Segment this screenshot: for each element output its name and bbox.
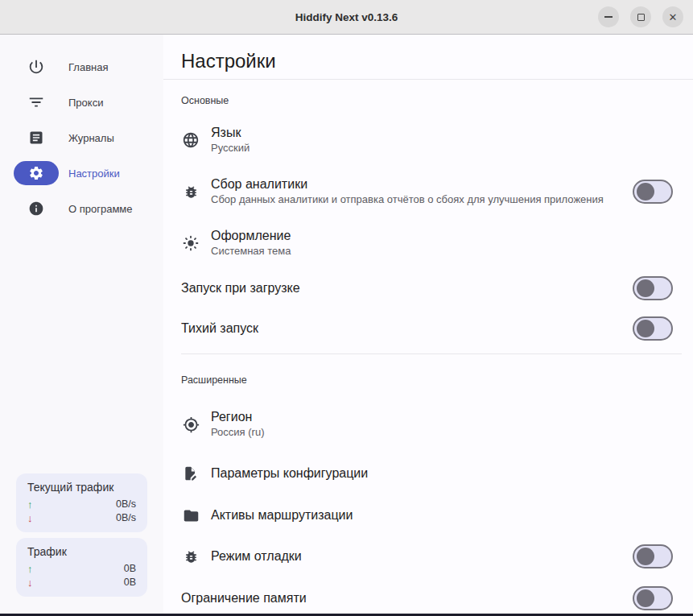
section-label-basic: Основные [181, 94, 682, 107]
traffic-panel: Текущий трафик ↑ 0B/s ↓ 0B/s Трафик ↑ 0B [0, 473, 163, 614]
row-title: Ограничение памяти [181, 590, 307, 606]
sidebar-item-logs[interactable]: Журналы [0, 120, 163, 155]
row-subtitle: Русский [211, 141, 250, 155]
close-button[interactable]: ✕ [662, 6, 683, 27]
start-on-boot-toggle[interactable] [633, 276, 673, 300]
download-arrow-icon: ↓ [27, 576, 33, 589]
sidebar: Главная Прокси Журналы [0, 35, 163, 614]
row-text: Язык Русский [211, 125, 250, 155]
row-subtitle: Сбор данных аналитики и отправка отчётов… [211, 192, 604, 207]
close-icon: ✕ [669, 12, 678, 23]
debug-mode-toggle[interactable] [633, 544, 673, 568]
sidebar-item-about[interactable]: О программе [0, 191, 163, 226]
row-title: Активы маршрутизации [211, 507, 353, 523]
upload-rate-row: ↑ 0B/s [27, 498, 136, 511]
row-title: Оформление [211, 228, 291, 244]
sidebar-item-label: Главная [68, 61, 108, 73]
upload-arrow-icon: ↑ [27, 562, 33, 576]
page-title: Настройки [181, 48, 682, 74]
setting-row-theme[interactable]: Оформление Системная тема [181, 228, 682, 258]
setting-row-analytics[interactable]: Сбор аналитики Сбор данных аналитики и о… [181, 176, 682, 207]
globe-icon [181, 130, 200, 150]
window-controls: ✕ [598, 0, 683, 34]
row-title: Режим отладки [211, 548, 302, 564]
section-label-advanced: Расширенные [181, 374, 682, 387]
current-traffic-card: Текущий трафик ↑ 0B/s ↓ 0B/s [16, 473, 147, 532]
total-traffic-card: Трафик ↑ 0B ↓ 0B [16, 538, 147, 597]
gear-icon [14, 161, 59, 185]
titlebar[interactable]: Hiddify Next v0.13.6 ✕ [0, 0, 693, 35]
logs-icon [14, 126, 59, 150]
row-text: Регион Россия (ru) [211, 409, 264, 440]
download-rate-value: 0B/s [116, 511, 136, 525]
traffic-card-title: Текущий трафик [27, 480, 136, 494]
upload-rate-value: 0B/s [116, 498, 136, 511]
sidebar-item-label: Прокси [68, 97, 103, 109]
toggle-thumb [637, 548, 654, 565]
toggle-thumb [637, 320, 654, 337]
row-title: Параметры конфигурации [211, 465, 368, 482]
app-window: Hiddify Next v0.13.6 ✕ Главная [0, 0, 693, 616]
row-text: Сбор аналитики Сбор данных аналитики и о… [211, 176, 604, 207]
info-icon [14, 196, 59, 221]
edit-document-icon [181, 464, 200, 483]
folder-icon [181, 506, 200, 525]
setting-row-start-on-boot[interactable]: Запуск при загрузке [181, 276, 682, 300]
toggle-thumb [637, 589, 654, 607]
download-arrow-icon: ↓ [27, 511, 33, 525]
sidebar-item-settings[interactable]: Настройки [0, 155, 163, 191]
sidebar-item-home[interactable]: Главная [0, 49, 163, 85]
filter-icon [14, 90, 59, 114]
row-title: Язык [211, 125, 250, 141]
download-rate-row: ↓ 0B/s [27, 511, 136, 525]
setting-row-debug-mode[interactable]: Режим отладки [181, 544, 682, 568]
traffic-card-title: Трафик [27, 544, 136, 559]
sidebar-item-label: Настройки [68, 167, 120, 180]
window-title: Hiddify Next v0.13.6 [295, 11, 398, 23]
row-title: Регион [211, 409, 264, 425]
sidebar-item-label: Журналы [68, 132, 114, 144]
silent-start-toggle[interactable] [633, 316, 673, 341]
maximize-icon [637, 14, 645, 21]
settings-page: Настройки Основные Язык Русский Сб [163, 35, 693, 614]
maximize-button[interactable] [630, 6, 651, 27]
setting-row-config-options[interactable]: Параметры конфигурации [181, 464, 682, 483]
sidebar-item-proxies[interactable]: Прокси [0, 85, 163, 120]
row-subtitle: Россия (ru) [211, 425, 264, 440]
setting-row-region[interactable]: Регион Россия (ru) [181, 409, 682, 440]
download-total-value: 0B [124, 576, 136, 589]
row-subtitle: Системная тема [211, 244, 291, 258]
sun-icon [181, 234, 200, 253]
setting-row-memory-limit[interactable]: Ограничение памяти [181, 586, 682, 610]
row-text: Оформление Системная тема [211, 228, 291, 258]
minimize-button[interactable] [598, 6, 619, 27]
minimize-icon [604, 16, 613, 18]
window-body: Главная Прокси Журналы [0, 35, 693, 614]
power-icon [14, 55, 59, 79]
sidebar-nav: Главная Прокси Журналы [0, 35, 163, 226]
bug-icon [181, 182, 200, 201]
section-divider [181, 353, 682, 354]
bug-icon [181, 547, 200, 566]
toggle-thumb [637, 183, 654, 201]
toggle-thumb [637, 279, 654, 297]
upload-arrow-icon: ↑ [27, 498, 33, 511]
upload-total-row: ↑ 0B [27, 562, 136, 576]
memory-limit-toggle[interactable] [633, 586, 673, 610]
analytics-toggle[interactable] [633, 180, 673, 204]
download-total-row: ↓ 0B [27, 576, 136, 589]
row-title: Тихий запуск [181, 320, 258, 337]
setting-row-routing-assets[interactable]: Активы маршрутизации [181, 506, 682, 525]
my-location-icon [181, 415, 200, 434]
row-title: Сбор аналитики [211, 176, 604, 192]
header-divider [163, 79, 693, 80]
upload-total-value: 0B [124, 562, 136, 576]
setting-row-silent-start[interactable]: Тихий запуск [181, 316, 682, 341]
setting-row-language[interactable]: Язык Русский [181, 125, 682, 155]
sidebar-item-label: О программе [68, 203, 133, 215]
row-title: Запуск при загрузке [181, 280, 300, 296]
